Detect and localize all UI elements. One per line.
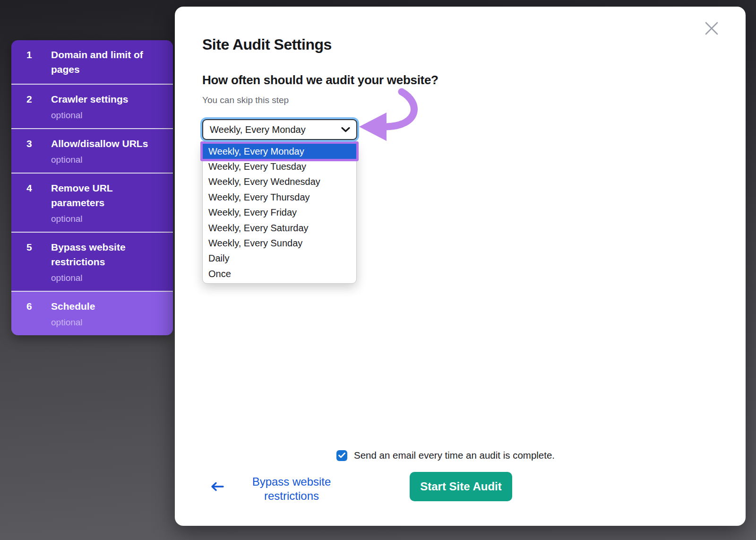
step-number: 4 (26, 181, 51, 225)
dropdown-option-2[interactable]: Weekly, Every Tuesday (203, 159, 356, 174)
start-site-audit-button[interactable]: Start Site Audit (410, 472, 512, 501)
step-title: Bypass website restrictions (51, 240, 163, 269)
sidebar-step-5[interactable]: 5 Bypass website restrictions optional (11, 232, 173, 291)
frequency-dropdown-list: Weekly, Every MondayWeekly, Every Tuesda… (202, 142, 357, 284)
step-title: Crawler settings (51, 92, 128, 106)
sidebar-step-1[interactable]: 1 Domain and limit of pages (11, 40, 173, 84)
step-number: 6 (26, 299, 51, 328)
step-number: 1 (26, 47, 51, 77)
arrow-left-icon (210, 481, 225, 492)
step-optional-label: optional (51, 213, 163, 225)
step-optional-label: optional (51, 109, 128, 121)
dropdown-option-6[interactable]: Weekly, Every Saturday (203, 220, 356, 235)
chevron-down-icon (341, 127, 350, 132)
step-title: Remove URL parameters (51, 181, 163, 210)
wizard-steps-sidebar: 1 Domain and limit of pages 2 Crawler se… (11, 40, 173, 335)
back-button[interactable] (210, 479, 229, 494)
dropdown-option-9[interactable]: Once (203, 266, 356, 281)
frequency-select-value: Weekly, Every Monday (210, 124, 306, 135)
dropdown-option-8[interactable]: Daily (203, 251, 356, 266)
step-optional-label: optional (51, 154, 148, 165)
step-optional-label: optional (51, 272, 163, 284)
dropdown-option-7[interactable]: Weekly, Every Sunday (203, 235, 356, 251)
skip-step-note: You can skip this step (202, 95, 289, 105)
sidebar-step-6[interactable]: 6 Schedule optional (11, 291, 173, 335)
bypass-website-restrictions-link[interactable]: Bypass website restrictions (242, 475, 341, 503)
frequency-question: How often should we audit your website? (202, 73, 438, 87)
close-icon[interactable] (702, 19, 721, 38)
email-checkbox-label: Send an email every time an audit is com… (354, 450, 555, 461)
step-optional-label: optional (51, 316, 95, 328)
annotation-arrow (355, 88, 426, 147)
step-number: 2 (26, 92, 51, 121)
step-number: 5 (26, 240, 51, 284)
frequency-select[interactable]: Weekly, Every Monday (202, 119, 357, 140)
dropdown-option-3[interactable]: Weekly, Every Wednesday (203, 174, 356, 190)
step-title: Domain and limit of pages (51, 47, 163, 77)
check-icon (338, 453, 345, 458)
dropdown-option-5[interactable]: Weekly, Every Friday (203, 205, 356, 220)
step-title: Schedule (51, 299, 95, 314)
sidebar-step-2[interactable]: 2 Crawler settings optional (11, 84, 173, 128)
step-number: 3 (26, 136, 51, 165)
modal-title: Site Audit Settings (202, 36, 332, 53)
sidebar-step-3[interactable]: 3 Allow/disallow URLs optional (11, 128, 173, 173)
dropdown-option-4[interactable]: Weekly, Every Thursday (203, 190, 356, 205)
dropdown-option-1[interactable]: Weekly, Every Monday (203, 144, 356, 159)
sidebar-step-4[interactable]: 4 Remove URL parameters optional (11, 173, 173, 232)
step-title: Allow/disallow URLs (51, 136, 148, 151)
email-checkbox[interactable] (336, 450, 347, 461)
email-notification-row: Send an email every time an audit is com… (336, 450, 555, 461)
site-audit-settings-modal: Site Audit Settings How often should we … (175, 7, 746, 526)
